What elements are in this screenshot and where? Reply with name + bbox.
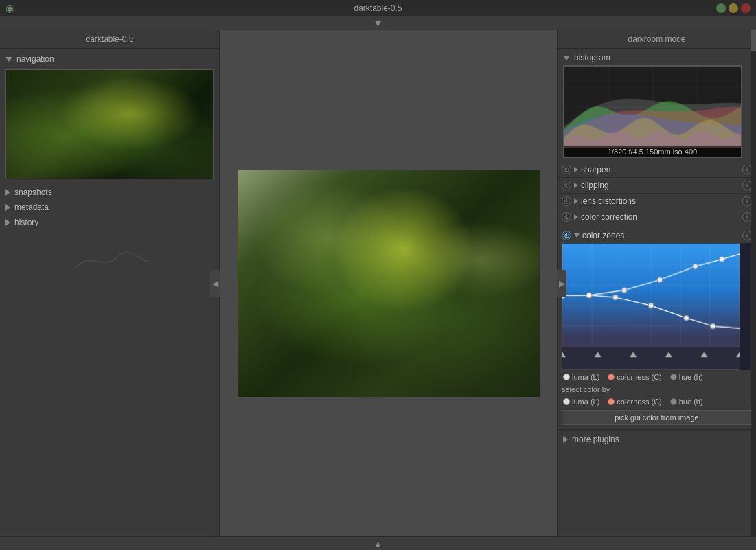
navigation-expand-icon xyxy=(5,57,12,62)
bottom-collapse-arrow[interactable]: ▲ xyxy=(0,536,756,550)
hue-radio-label: hue (h) xyxy=(679,373,703,381)
luma-select-radio[interactable]: luma (L) xyxy=(563,398,599,406)
modules-list: ⏻ sharpen i ⏻ clipping i ⏻ xyxy=(558,161,756,536)
color-correction-label: color correction xyxy=(581,212,740,222)
histogram-section: histogram 1/320 f/4.5 150mm iso 400 xyxy=(558,49,756,161)
history-header[interactable]: history xyxy=(0,215,219,230)
colorness-select-dot xyxy=(608,398,615,405)
main-layout: darktable-0.5 navigation snapshots metad… xyxy=(0,30,756,536)
power-icon: ⏻ xyxy=(564,198,569,205)
navigation-label: navigation xyxy=(16,54,54,64)
history-label: history xyxy=(14,218,38,227)
select-color-label: select color by xyxy=(562,384,752,395)
metadata-expand-icon xyxy=(5,204,10,211)
select-radio-group: luma (L) colorness (C) hue (h) xyxy=(562,395,752,409)
chevron-down-icon: ▼ xyxy=(374,18,383,29)
scrollbar-thumb[interactable] xyxy=(751,30,756,51)
power-icon: ⏻ xyxy=(564,233,569,239)
module-clipping[interactable]: ⏻ clipping i xyxy=(558,178,756,194)
snapshots-label: snapshots xyxy=(14,187,52,197)
titlebar: ◉ darktable-0.5 xyxy=(0,0,756,16)
clipping-expand-icon xyxy=(574,183,578,188)
power-icon: ⏻ xyxy=(564,214,569,220)
sharpen-expand-icon xyxy=(574,167,578,172)
right-panel-title: darkroom mode xyxy=(558,30,756,49)
snapshots-expand-icon xyxy=(5,189,10,196)
snapshots-header[interactable]: snapshots xyxy=(0,185,219,200)
module-lens-distortions[interactable]: ⏻ lens distortions i xyxy=(558,194,756,209)
luma-radio-label: luma (L) xyxy=(572,373,599,381)
lens-expand-icon xyxy=(574,198,578,204)
window-controls xyxy=(716,3,751,13)
plant-photo xyxy=(238,170,540,397)
colorness-radio-dot xyxy=(608,374,615,380)
navigation-header[interactable]: navigation xyxy=(0,51,219,67)
main-image xyxy=(238,170,540,397)
image-area xyxy=(220,30,557,536)
hue-radio-display[interactable]: hue (h) xyxy=(670,373,703,381)
color-zones-graph xyxy=(562,243,752,370)
hue-select-label: hue (h) xyxy=(679,398,703,406)
histogram-canvas xyxy=(564,66,742,148)
sharpen-power-button[interactable]: ⏻ xyxy=(562,165,571,174)
lens-power-button[interactable]: ⏻ xyxy=(562,196,571,206)
right-scrollbar[interactable] xyxy=(751,30,756,536)
module-color-zones: ⏻ color zones i luma (L) xyxy=(558,225,756,430)
hue-select-radio[interactable]: hue (h) xyxy=(670,398,703,406)
chevron-up-icon: ▲ xyxy=(374,538,383,549)
color-zones-expand-icon xyxy=(574,233,580,238)
power-icon: ⏻ xyxy=(564,167,569,173)
close-button[interactable] xyxy=(741,3,751,13)
hue-select-dot xyxy=(670,398,677,405)
colorness-radio-display[interactable]: colorness (C) xyxy=(608,373,661,381)
decorative-swirl xyxy=(0,230,219,294)
window-title: darktable-0.5 xyxy=(354,3,402,13)
lens-label: lens distortions xyxy=(581,196,740,206)
hue-radio-dot xyxy=(670,374,677,380)
histogram-display: 1/320 f/4.5 150mm iso 400 xyxy=(563,65,742,158)
color-correction-expand-icon xyxy=(574,214,578,220)
navigation-thumbnail xyxy=(5,69,214,179)
power-icon: ⏻ xyxy=(564,183,569,189)
pick-color-button[interactable]: pick gui color from image xyxy=(562,410,752,425)
dt-logo: ◉ xyxy=(5,3,14,14)
color-zones-header[interactable]: ⏻ color zones i xyxy=(562,228,752,243)
clipping-power-button[interactable]: ⏻ xyxy=(562,181,571,190)
maximize-button[interactable] xyxy=(729,3,738,13)
left-panel-collapse-button[interactable]: ◀ xyxy=(210,270,220,297)
more-plugins-section[interactable]: more plugins xyxy=(558,430,756,448)
navigation-section: navigation xyxy=(0,49,219,185)
display-radio-group: luma (L) colorness (C) hue (h) xyxy=(562,370,752,384)
thumbnail-image xyxy=(6,70,213,179)
luma-select-dot xyxy=(563,398,570,405)
luma-radio-display[interactable]: luma (L) xyxy=(563,373,599,381)
luma-radio-dot xyxy=(563,374,570,380)
history-expand-icon xyxy=(5,219,10,226)
colorness-radio-label: colorness (C) xyxy=(617,373,661,381)
color-zones-canvas xyxy=(562,243,740,370)
histogram-header: histogram xyxy=(563,51,751,65)
center-panel xyxy=(220,30,557,536)
histogram-expand-icon xyxy=(563,56,570,60)
module-color-correction[interactable]: ⏻ color correction i xyxy=(558,209,756,225)
more-plugins-label: more plugins xyxy=(572,435,619,444)
luma-select-label: luma (L) xyxy=(572,398,599,406)
histogram-label: histogram xyxy=(574,53,610,62)
colorness-select-radio[interactable]: colorness (C) xyxy=(608,398,661,406)
metadata-label: metadata xyxy=(14,203,49,212)
minimize-button[interactable] xyxy=(716,3,726,13)
left-panel: darktable-0.5 navigation snapshots metad… xyxy=(0,30,220,536)
module-sharpen[interactable]: ⏻ sharpen i xyxy=(558,162,756,178)
left-panel-title: darktable-0.5 xyxy=(0,30,219,49)
sharpen-label: sharpen xyxy=(581,165,740,174)
clipping-label: clipping xyxy=(581,181,740,190)
colorness-select-label: colorness (C) xyxy=(617,398,661,406)
more-plugins-expand-icon xyxy=(563,436,568,443)
color-zones-label: color zones xyxy=(582,231,740,240)
top-collapse-arrow[interactable]: ▼ xyxy=(0,16,756,30)
right-panel-collapse-button[interactable]: ▶ xyxy=(557,270,566,297)
color-correction-power-button[interactable]: ⏻ xyxy=(562,212,571,222)
histogram-info: 1/320 f/4.5 150mm iso 400 xyxy=(564,146,741,157)
metadata-header[interactable]: metadata xyxy=(0,200,219,215)
color-zones-power-button[interactable]: ⏻ xyxy=(562,231,571,240)
